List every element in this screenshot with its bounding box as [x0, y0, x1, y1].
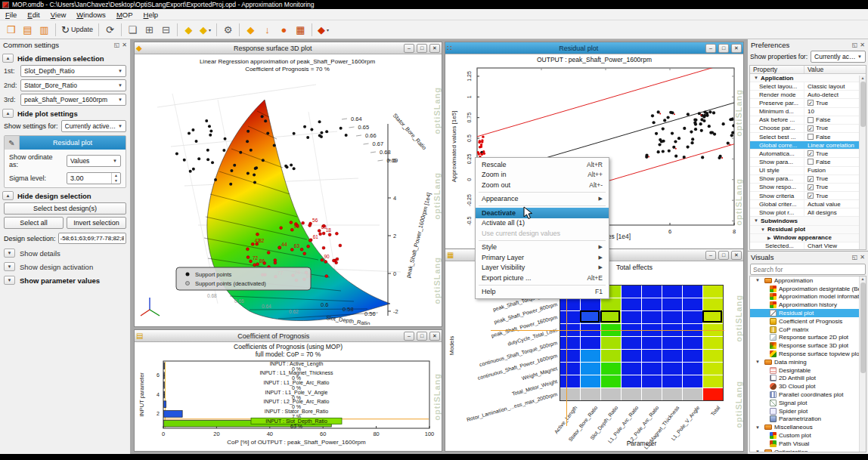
value-column-header[interactable]: Value: [804, 66, 866, 73]
save-all-button[interactable]: ▥: [36, 22, 52, 38]
visuals-item-response-surface-topview-plot[interactable]: Response surface topview plot: [750, 350, 866, 358]
mop-diamond-button[interactable]: ◆: [243, 22, 259, 38]
expanded-arrow-icon[interactable]: ▼: [761, 227, 765, 232]
visuals-item-approximation[interactable]: ▼Approximation: [750, 276, 866, 285]
context-menu-item-export-picture[interactable]: Export picture ...Alt+E: [476, 273, 609, 283]
matrix-cell[interactable]: [683, 298, 702, 310]
checkbox-unchecked-icon[interactable]: [808, 134, 814, 140]
finish-flag-button[interactable]: ▦: [293, 22, 308, 38]
pref-row-minimum-d[interactable]: Minimum d...10: [750, 108, 866, 116]
visuals-item-optimization[interactable]: ▼Optimization: [750, 448, 866, 452]
select-best-designs-button[interactable]: Select best design(s): [4, 202, 126, 215]
visuals-item-approximation-model-informati[interactable]: Approximation model informati...: [750, 293, 866, 301]
maximize-button[interactable]: □: [718, 251, 729, 260]
apps-diamond-button[interactable]: ◆▾: [315, 22, 331, 38]
panel-close-icon[interactable]: ✕: [860, 254, 865, 261]
matrix-cell[interactable]: [662, 375, 682, 387]
matrix-cell[interactable]: [560, 388, 580, 400]
minimize-button[interactable]: –: [404, 44, 414, 53]
invert-selection-button[interactable]: Invert selection: [67, 217, 126, 229]
pref-row-choose-par[interactable]: Choose par...✓True: [750, 125, 866, 133]
menu-view[interactable]: View: [45, 9, 72, 20]
pref-row-global-criter[interactable]: Global criter...Actual value: [750, 200, 866, 208]
property-column-header[interactable]: Property: [750, 66, 804, 73]
visuals-item-cop-matrix[interactable]: CoP matrix: [750, 326, 866, 334]
matrix-cell[interactable]: [560, 311, 580, 323]
visuals-item-parametrization[interactable]: Parametrization: [750, 415, 866, 424]
pref-row-automatica[interactable]: Automatica...✓True: [750, 150, 866, 158]
matrix-cell[interactable]: [703, 350, 723, 362]
matrix-cell[interactable]: [703, 286, 723, 298]
matrix-cell[interactable]: [703, 388, 723, 400]
maximize-button[interactable]: □: [417, 44, 427, 53]
visuals-item-coefficient-of-prognosis[interactable]: Coefficient of Prognosis: [750, 317, 866, 326]
settings-button[interactable]: ⚙: [220, 22, 236, 38]
sigma-level-stepper[interactable]: 3.00 ▲▼: [67, 172, 121, 184]
collapse-dimension-button[interactable]: ▲: [2, 54, 14, 63]
close-button[interactable]: ✕: [429, 44, 440, 53]
visuals-item-approximation-designtable-beta[interactable]: Approximation designtable (Beta): [750, 285, 866, 293]
matrix-cell[interactable]: [560, 363, 580, 375]
close-plot-button[interactable]: ◆: [181, 22, 197, 38]
plot-type-button[interactable]: ◆▾: [197, 22, 213, 38]
matrix-cell[interactable]: [581, 337, 600, 349]
context-menu-item-appearance[interactable]: Appearance▶: [476, 194, 609, 205]
visuals-item-2d-anthill-plot[interactable]: 2D Anthill plot: [750, 375, 866, 383]
matrix-cell[interactable]: [662, 350, 682, 362]
minimize-button[interactable]: –: [705, 44, 716, 53]
panel-float-icon[interactable]: ◱: [852, 254, 858, 261]
matrix-cell[interactable]: [662, 363, 682, 375]
matrix-cell[interactable]: [683, 363, 702, 375]
expanded-arrow-icon[interactable]: ▼: [754, 218, 758, 223]
visuals-item-response-surface-3d-plot[interactable]: Response surface 3D plot: [750, 341, 866, 350]
dim3-select[interactable]: peak_Shaft_Power_1600rpm▼: [20, 94, 126, 106]
visuals-item-3d-cloud-plot[interactable]: 3D Cloud plot: [750, 382, 866, 391]
context-menu-item-primary-layer[interactable]: Primary Layer▶: [476, 252, 609, 263]
checkbox-checked-icon[interactable]: ✓: [808, 100, 814, 106]
matrix-cell[interactable]: [560, 298, 580, 310]
tile-windows-button[interactable]: ⊞: [141, 22, 157, 38]
matrix-cell[interactable]: [662, 337, 682, 349]
matrix-cell[interactable]: [622, 286, 641, 298]
visuals-item-residual-plot[interactable]: Residual plot: [750, 309, 866, 317]
pref-group-subwindows[interactable]: ▼Subwindows: [750, 217, 866, 225]
matrix-cell[interactable]: [560, 350, 580, 362]
cop-bar-chart[interactable]: 020406080100246INPUT : Active_Length0 %I…: [135, 359, 440, 448]
pref-row-select-layou[interactable]: Select layou...Classic layout: [750, 82, 866, 91]
ordinate-select[interactable]: Values▼: [67, 155, 121, 167]
pref-row-show-plot-r[interactable]: Show plot r...All designs: [750, 208, 866, 217]
context-menu-item-layer-visibility[interactable]: Layer Visibility▶: [476, 263, 609, 273]
matrix-cell[interactable]: [601, 337, 621, 349]
checkbox-unchecked-icon[interactable]: [808, 159, 814, 165]
tab-windows-button[interactable]: ⊟: [158, 22, 174, 38]
show-properties-for-select[interactable]: Currently active plot▼: [811, 51, 866, 63]
panel-float-icon[interactable]: ◱: [852, 42, 858, 48]
minimize-button[interactable]: –: [705, 251, 716, 260]
visuals-item-miscellaneous[interactable]: ▼Miscellaneous: [750, 423, 866, 431]
matrix-cell[interactable]: [560, 375, 580, 387]
matrix-cell[interactable]: [622, 298, 641, 310]
marker-button[interactable]: ●: [276, 22, 292, 38]
matrix-cell[interactable]: [662, 311, 682, 323]
collapse-plot-settings-button[interactable]: ▲: [2, 109, 14, 118]
matrix-cell[interactable]: [601, 298, 621, 310]
visuals-item-spider-plot[interactable]: Spider plot: [750, 407, 866, 415]
save-button[interactable]: ▤: [20, 22, 36, 38]
preferences-scrollbar[interactable]: ▲: [859, 76, 866, 249]
checkbox-checked-icon[interactable]: ✓: [808, 125, 814, 131]
matrix-cell[interactable]: [601, 375, 621, 387]
context-menu-item-activate-all-1[interactable]: Activate all (1): [476, 218, 609, 229]
matrix-cell[interactable]: [703, 375, 723, 387]
matrix-cell[interactable]: [622, 350, 641, 362]
context-menu-item-style[interactable]: Style▶: [476, 242, 609, 253]
matrix-cell[interactable]: [581, 363, 600, 375]
matrix-cell[interactable]: [601, 388, 621, 400]
expanded-arrow-icon[interactable]: ▼: [754, 76, 758, 80]
matrix-cell[interactable]: [642, 286, 662, 298]
expanded-arrow-icon[interactable]: ▼: [755, 425, 760, 430]
matrix-cell[interactable]: [622, 311, 641, 323]
matrix-cell[interactable]: [601, 363, 621, 375]
matrix-cell[interactable]: [662, 286, 682, 298]
matrix-cell[interactable]: [622, 363, 641, 375]
panel-close-icon[interactable]: ✕: [122, 42, 127, 48]
